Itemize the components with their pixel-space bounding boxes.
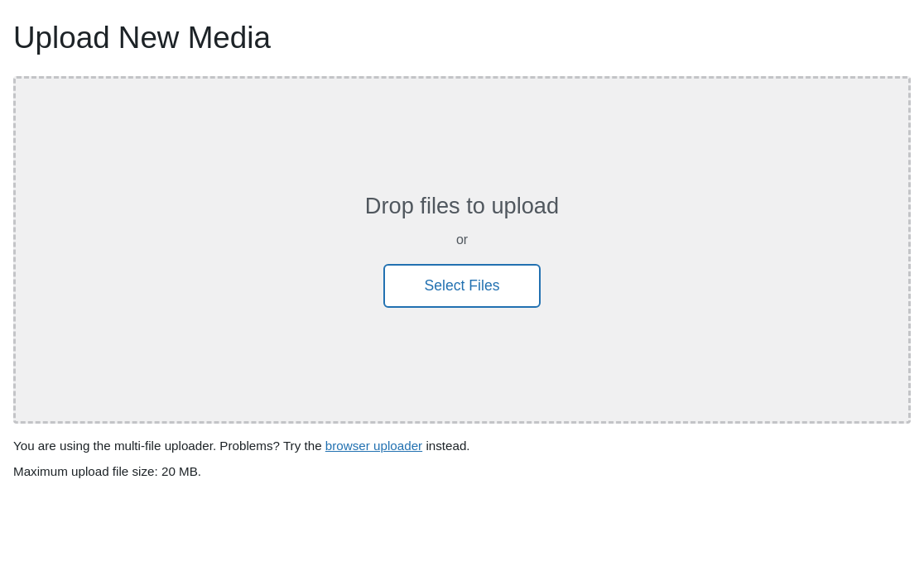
max-upload-size-text: Maximum upload file size: 20 MB. <box>13 464 911 478</box>
select-files-button[interactable]: Select Files <box>383 264 541 308</box>
info-text-after-link: instead. <box>422 439 469 453</box>
or-label: or <box>456 233 468 247</box>
drop-zone[interactable]: Drop files to upload or Select Files <box>13 76 911 424</box>
page-title: Upload New Media <box>13 20 911 56</box>
drop-files-text: Drop files to upload <box>365 193 559 219</box>
browser-uploader-link[interactable]: browser uploader <box>325 439 422 453</box>
uploader-info-text: You are using the multi-file uploader. P… <box>13 439 911 453</box>
info-text-before-link: You are using the multi-file uploader. P… <box>13 439 325 453</box>
